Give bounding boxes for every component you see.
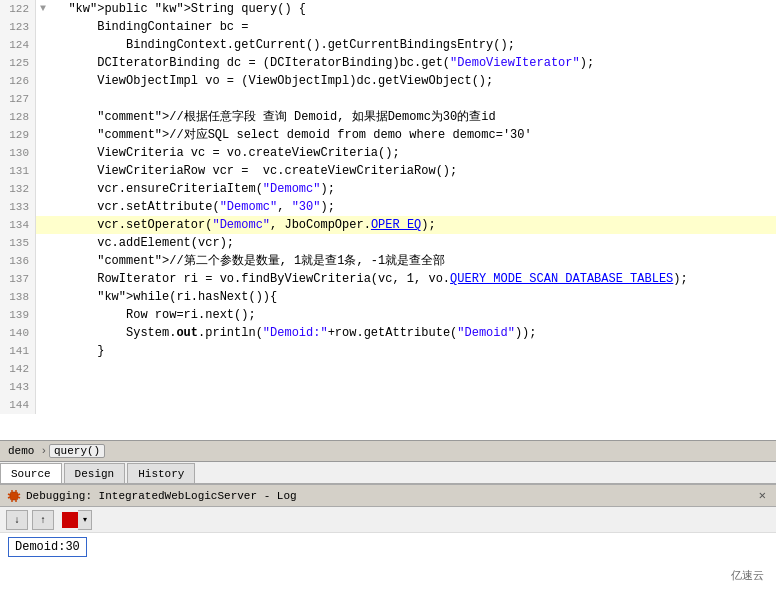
line-content: ViewCriteriaRow vcr = vc.createViewCrite…: [50, 162, 457, 180]
code-line: 124 BindingContext.getCurrent().getCurre…: [0, 36, 776, 54]
code-line: 126 ViewObjectImpl vo = (ViewObjectImpl)…: [0, 72, 776, 90]
line-content: vc.addElement(vcr);: [50, 234, 234, 252]
line-number: 130: [0, 144, 36, 162]
debug-close-button[interactable]: ✕: [755, 488, 770, 503]
code-line: 130 ViewCriteria vc = vo.createViewCrite…: [0, 144, 776, 162]
line-number: 135: [0, 234, 36, 252]
line-content: "comment">//根据任意字段 查询 Demoid, 如果据Demomc为…: [50, 108, 496, 126]
code-line: 138 "kw">while(ri.hasNext()){: [0, 288, 776, 306]
line-content: "comment">//第二个参数是数量, 1就是查1条, -1就是查全部: [50, 252, 445, 270]
svg-line-3: [18, 494, 20, 495]
bottom-nav-bar: demo › query(): [0, 440, 776, 462]
line-number: 136: [0, 252, 36, 270]
source-tabs-bar: SourceDesignHistory: [0, 462, 776, 484]
watermark: 亿速云: [731, 568, 764, 583]
code-line: 131 ViewCriteriaRow vcr = vc.createViewC…: [0, 162, 776, 180]
svg-line-4: [18, 497, 20, 498]
debug-output: Demoid:30: [8, 537, 87, 557]
line-number: 131: [0, 162, 36, 180]
line-fold: ▼: [36, 0, 50, 18]
code-line: 132 vcr.ensureCriteriaItem("Demomc");: [0, 180, 776, 198]
nav-demo[interactable]: demo: [4, 445, 38, 457]
line-number: 143: [0, 378, 36, 396]
code-line: 129 "comment">//对应SQL select demoid from…: [0, 126, 776, 144]
code-line: 142: [0, 360, 776, 378]
line-number: 140: [0, 324, 36, 342]
code-line: 140 System.out.println("Demoid:"+row.get…: [0, 324, 776, 342]
code-line: 143: [0, 378, 776, 396]
debug-up-button[interactable]: ↑: [32, 510, 54, 530]
line-number: 141: [0, 342, 36, 360]
debug-header: Debugging: IntegratedWebLogicServer - Lo…: [0, 485, 776, 507]
nav-arrow: ›: [38, 445, 49, 457]
debug-toolbar: ↓ ↑ ▾: [0, 507, 776, 533]
svg-line-1: [8, 494, 10, 495]
line-number: 134: [0, 216, 36, 234]
line-number: 132: [0, 180, 36, 198]
svg-rect-0: [10, 492, 18, 500]
line-number: 125: [0, 54, 36, 72]
code-line: 125 DCIteratorBinding dc = (DCIteratorBi…: [0, 54, 776, 72]
code-line: 133 vcr.setAttribute("Demomc", "30");: [0, 198, 776, 216]
code-line: 123 BindingContainer bc =: [0, 18, 776, 36]
tab-history[interactable]: History: [127, 463, 195, 483]
line-content: RowIterator ri = vo.findByViewCriteria(v…: [50, 270, 688, 288]
line-content: System.out.println("Demoid:"+row.getAttr…: [50, 324, 537, 342]
line-content: ViewCriteria vc = vo.createViewCriteria(…: [50, 144, 400, 162]
line-content: vcr.ensureCriteriaItem("Demomc");: [50, 180, 335, 198]
line-number: 129: [0, 126, 36, 144]
line-content: vcr.setOperator("Demomc", JboCompOper.OP…: [50, 216, 436, 234]
line-content: }: [50, 342, 104, 360]
debug-icon: [6, 489, 22, 503]
line-content: "kw">while(ri.hasNext()){: [50, 288, 277, 306]
line-number: 133: [0, 198, 36, 216]
nav-method[interactable]: query(): [49, 444, 105, 458]
line-number: 126: [0, 72, 36, 90]
line-number: 137: [0, 270, 36, 288]
debug-content: Demoid:30: [0, 533, 776, 561]
line-number: 123: [0, 18, 36, 36]
line-content: ViewObjectImpl vo = (ViewObjectImpl)dc.g…: [50, 72, 493, 90]
line-number: 128: [0, 108, 36, 126]
code-line: 144: [0, 396, 776, 414]
debug-panel: Debugging: IntegratedWebLogicServer - Lo…: [0, 484, 776, 591]
code-line: 135 vc.addElement(vcr);: [0, 234, 776, 252]
line-number: 124: [0, 36, 36, 54]
code-editor: 122▼ "kw">public "kw">String query() {12…: [0, 0, 776, 440]
debug-stop-dropdown[interactable]: ▾: [78, 510, 92, 530]
line-number: 142: [0, 360, 36, 378]
line-number: 139: [0, 306, 36, 324]
line-content: Row row=ri.next();: [50, 306, 256, 324]
line-number: 122: [0, 0, 36, 18]
code-line: 122▼ "kw">public "kw">String query() {: [0, 0, 776, 18]
line-content: "comment">//对应SQL select demoid from dem…: [50, 126, 532, 144]
line-content: vcr.setAttribute("Demomc", "30");: [50, 198, 335, 216]
code-line: 136 "comment">//第二个参数是数量, 1就是查1条, -1就是查全…: [0, 252, 776, 270]
line-content: BindingContainer bc =: [50, 18, 248, 36]
code-line: 134 vcr.setOperator("Demomc", JboCompOpe…: [0, 216, 776, 234]
code-line: 141 }: [0, 342, 776, 360]
tab-source[interactable]: Source: [0, 463, 62, 483]
code-line: 139 Row row=ri.next();: [0, 306, 776, 324]
tab-design[interactable]: Design: [64, 463, 126, 483]
code-line: 137 RowIterator ri = vo.findByViewCriter…: [0, 270, 776, 288]
line-content: DCIteratorBinding dc = (DCIteratorBindin…: [50, 54, 594, 72]
line-number: 138: [0, 288, 36, 306]
svg-line-2: [8, 497, 10, 498]
debug-down-button[interactable]: ↓: [6, 510, 28, 530]
debug-title: Debugging: IntegratedWebLogicServer - Lo…: [26, 490, 755, 502]
line-number: 127: [0, 90, 36, 108]
debug-stop-button[interactable]: [62, 512, 78, 528]
line-number: 144: [0, 396, 36, 414]
code-lines: 122▼ "kw">public "kw">String query() {12…: [0, 0, 776, 414]
line-content: BindingContext.getCurrent().getCurrentBi…: [50, 36, 515, 54]
code-line: 127: [0, 90, 776, 108]
code-line: 128 "comment">//根据任意字段 查询 Demoid, 如果据Dem…: [0, 108, 776, 126]
line-content: "kw">public "kw">String query() {: [50, 0, 306, 18]
